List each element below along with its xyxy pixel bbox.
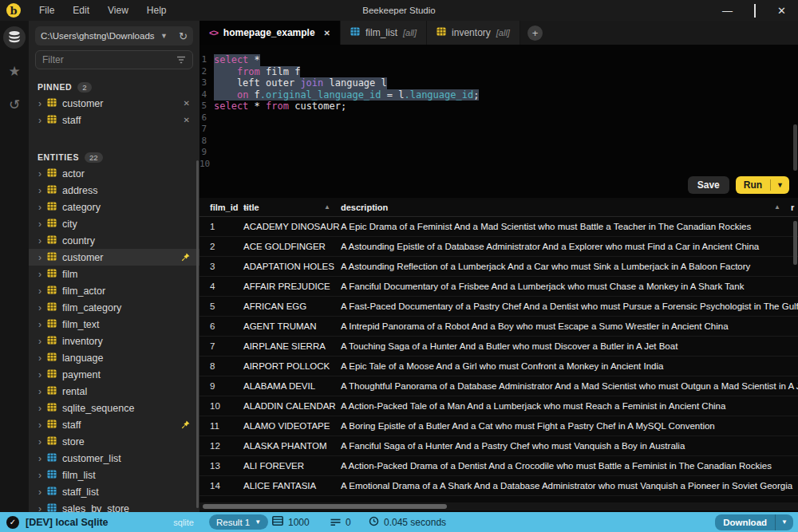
column-header-description[interactable]: description ▲: [341, 203, 791, 212]
chevron-right-icon[interactable]: ›: [38, 353, 41, 363]
entity-item-rental[interactable]: › rental: [29, 383, 200, 400]
cell-film-id[interactable]: 9: [200, 381, 243, 391]
chevron-right-icon[interactable]: ›: [38, 370, 41, 380]
results-horizontal-scrollbar[interactable]: [200, 502, 798, 510]
chevron-right-icon[interactable]: ›: [38, 320, 41, 329]
run-button[interactable]: Run ▼: [736, 176, 789, 194]
cell-title[interactable]: ACE GOLDFINGER: [243, 242, 341, 251]
chevron-right-icon[interactable]: ›: [38, 454, 41, 463]
entity-item-language[interactable]: › language: [29, 349, 200, 366]
table-row[interactable]: 4AFFAIR PREJUDICEA Fanciful Documentary …: [200, 277, 798, 297]
chevron-right-icon[interactable]: ›: [38, 387, 41, 396]
entity-item-film_text[interactable]: › film_text: [29, 316, 200, 333]
entity-item-payment[interactable]: › payment: [29, 366, 200, 383]
chevron-right-icon[interactable]: ›: [38, 270, 41, 279]
cell-description[interactable]: A Action-Packed Tale of a Man And a Lumb…: [341, 401, 798, 411]
entity-item-sales_by_store[interactable]: › sales_by_store: [29, 500, 200, 512]
download-chevron-down-icon[interactable]: ▼: [776, 518, 793, 526]
cell-description[interactable]: A Astounding Reflection of a Lumberjack …: [341, 262, 798, 271]
menu-help[interactable]: Help: [147, 5, 167, 16]
unpin-close-icon[interactable]: ✕: [184, 99, 190, 108]
cell-title[interactable]: ALI FOREVER: [243, 461, 341, 471]
result-selector-button[interactable]: Result 1 ▼: [209, 514, 268, 530]
results-vertical-scrollbar[interactable]: [793, 221, 797, 265]
cell-film-id[interactable]: 4: [200, 282, 243, 291]
entity-item-film_actor[interactable]: › film_actor: [29, 282, 200, 299]
chevron-right-icon[interactable]: ›: [38, 337, 41, 346]
column-header-clipped[interactable]: r: [791, 203, 798, 212]
column-header-film-id[interactable]: film_id ▲: [200, 203, 243, 212]
connections-database-icon[interactable]: [3, 26, 26, 49]
cell-film-id[interactable]: 6: [200, 321, 243, 331]
menu-file[interactable]: File: [39, 5, 54, 16]
cell-description[interactable]: A Fanciful Saga of a Hunter And a Pastry…: [341, 441, 798, 451]
cell-film-id[interactable]: 13: [200, 461, 243, 471]
table-row[interactable]: 7AIRPLANE SIERRAA Touching Saga of a Hun…: [200, 337, 798, 357]
close-tab-icon[interactable]: ✕: [324, 29, 330, 37]
download-button[interactable]: Download ▼: [715, 514, 793, 530]
sidebar-scrollbar[interactable]: [196, 160, 199, 508]
cell-film-id[interactable]: 1: [200, 222, 243, 231]
cell-title[interactable]: ALASKA PHANTOM: [243, 441, 341, 451]
new-tab-plus-icon[interactable]: +: [527, 26, 543, 41]
chevron-right-icon[interactable]: ›: [38, 303, 41, 313]
scrollbar-thumb[interactable]: [203, 504, 447, 509]
cell-film-id[interactable]: 2: [200, 242, 243, 251]
minimize-icon[interactable]: —: [722, 6, 733, 16]
cell-title[interactable]: ALABAMA DEVIL: [243, 381, 341, 391]
chevron-right-icon[interactable]: ›: [38, 471, 41, 480]
chevron-right-icon[interactable]: ›: [38, 286, 41, 296]
cell-film-id[interactable]: 11: [200, 421, 243, 431]
cell-description[interactable]: A Epic Tale of a Moose And a Girl who mu…: [341, 361, 798, 371]
pin-icon[interactable]: [181, 253, 190, 262]
entity-item-customer[interactable]: › customer: [29, 249, 200, 266]
history-icon[interactable]: ↺: [3, 93, 26, 116]
cell-description[interactable]: A Astounding Epistle of a Database Admin…: [341, 242, 798, 251]
entity-item-country[interactable]: › country: [29, 232, 200, 249]
chevron-right-icon[interactable]: ›: [38, 404, 41, 413]
entity-item-film_category[interactable]: › film_category: [29, 299, 200, 316]
tab-inventory[interactable]: inventory[all]: [427, 21, 520, 45]
close-icon[interactable]: ✕: [777, 6, 786, 16]
cell-film-id[interactable]: 5: [200, 301, 243, 311]
cell-title[interactable]: AGENT TRUMAN: [243, 321, 341, 331]
connection-dropdown[interactable]: C:\Users\ghstng\Downloads ▼ ↻: [35, 26, 193, 45]
chevron-right-icon[interactable]: ›: [38, 99, 41, 108]
table-row[interactable]: 8AIRPORT POLLOCKA Epic Tale of a Moose A…: [200, 357, 798, 376]
cell-film-id[interactable]: 12: [200, 441, 243, 451]
chevron-right-icon[interactable]: ›: [38, 219, 41, 229]
cell-title[interactable]: ALAMO VIDEOTAPE: [243, 421, 341, 431]
cell-description[interactable]: A Action-Packed Drama of a Dentist And a…: [341, 461, 798, 471]
table-row[interactable]: 14ALICE FANTASIAA Emotional Drama of a A…: [200, 476, 798, 496]
table-row[interactable]: 13ALI FOREVERA Action-Packed Drama of a …: [200, 456, 798, 476]
chevron-right-icon[interactable]: ›: [38, 186, 41, 195]
unpin-close-icon[interactable]: ✕: [184, 116, 190, 124]
cell-film-id[interactable]: 10: [200, 401, 243, 411]
cell-description[interactable]: A Epic Drama of a Feminist And a Mad Sci…: [341, 222, 798, 231]
cell-title[interactable]: ACADEMY DINOSAUR: [243, 222, 341, 231]
pinned-item-staff[interactable]: › staff✕: [29, 112, 200, 128]
entity-item-customer_list[interactable]: › customer_list: [29, 450, 200, 467]
menu-view[interactable]: View: [108, 5, 128, 16]
tab-film_list[interactable]: film_list[all]: [341, 21, 427, 45]
chevron-right-icon[interactable]: ›: [38, 116, 41, 125]
cell-title[interactable]: ADAPTATION HOLES: [243, 262, 341, 271]
cell-description[interactable]: A Intrepid Panorama of a Robot And a Boy…: [341, 321, 798, 331]
cell-description[interactable]: A Emotional Drama of a A Shark And a Dat…: [341, 481, 798, 491]
cell-description[interactable]: A Fanciful Documentary of a Frisbee And …: [341, 282, 798, 291]
entity-item-city[interactable]: › city: [29, 215, 200, 232]
table-row[interactable]: 5AFRICAN EGGA Fast-Paced Documentary of …: [200, 297, 798, 317]
table-row[interactable]: 12ALASKA PHANTOMA Fanciful Saga of a Hun…: [200, 436, 798, 456]
entity-item-actor[interactable]: › actor: [29, 165, 200, 182]
run-chevron-down-icon[interactable]: ▼: [771, 181, 789, 189]
cell-title[interactable]: AFFAIR PREJUDICE: [243, 282, 341, 291]
chevron-right-icon[interactable]: ›: [38, 203, 41, 212]
cell-title[interactable]: ALICE FANTASIA: [243, 481, 341, 491]
entity-item-inventory[interactable]: › inventory: [29, 333, 200, 349]
cell-description[interactable]: A Boring Epistle of a Butler And a Cat w…: [341, 421, 798, 431]
save-button[interactable]: Save: [688, 176, 729, 194]
cell-title[interactable]: ALADDIN CALENDAR: [243, 401, 341, 411]
column-header-title[interactable]: title ▲: [243, 203, 341, 212]
filter-input[interactable]: [42, 54, 176, 65]
entity-item-store[interactable]: › store: [29, 433, 200, 450]
